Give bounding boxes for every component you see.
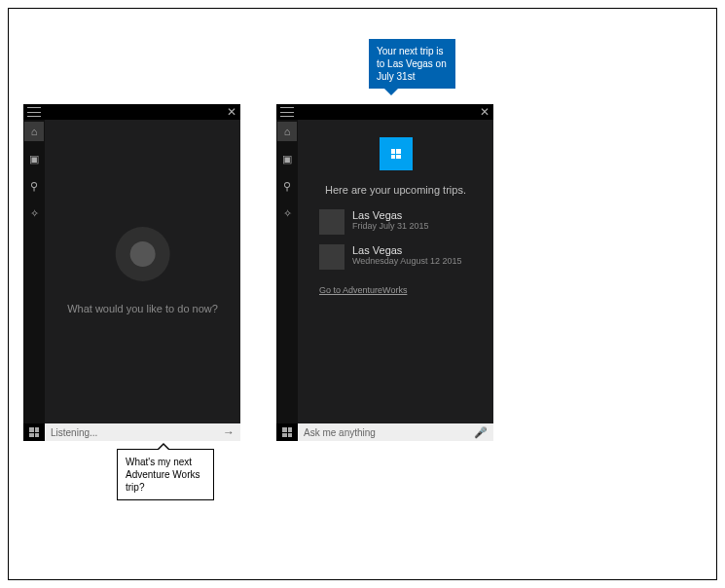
sidebar: ⌂ ▣ ⚲ ✧ (276, 120, 298, 423)
prompt-text: What would you like to do now? (67, 303, 218, 314)
cortana-panel-listening: ✕ ⌂ ▣ ⚲ ✧ What would you like to do now? (23, 104, 240, 441)
trip-thumbnail (319, 209, 344, 235)
trip-item[interactable]: Las Vegas Wednesday August 12 2015 (308, 244, 484, 270)
hamburger-icon[interactable] (27, 107, 41, 117)
trip-destination: Las Vegas (352, 209, 429, 221)
go-to-app-link[interactable]: Go to AdventureWorks (308, 285, 407, 295)
home-icon[interactable]: ⌂ (277, 122, 297, 141)
start-button[interactable] (23, 423, 45, 441)
start-button[interactable] (276, 423, 298, 441)
results-heading: Here are your upcoming trips. (308, 184, 484, 196)
close-icon[interactable]: ✕ (227, 106, 236, 118)
document-frame: Your next trip is to Las Vegas on July 3… (8, 8, 717, 580)
trip-date: Friday July 31 2015 (352, 221, 429, 231)
microphone-icon[interactable]: 🎤 (474, 426, 488, 439)
reminders-icon[interactable]: ✧ (24, 203, 44, 223)
trip-destination: Las Vegas (352, 244, 461, 256)
windows-icon (29, 427, 39, 437)
app-tile-icon (380, 137, 413, 170)
submit-arrow-icon[interactable]: → (223, 425, 235, 439)
trip-thumbnail (319, 244, 344, 270)
windows-icon (282, 427, 292, 437)
close-icon[interactable]: ✕ (480, 106, 489, 118)
bottom-bar: Ask me anything 🎤 (276, 423, 493, 441)
title-bar: ✕ (276, 104, 493, 120)
search-input[interactable]: Listening... → (45, 423, 240, 441)
cortana-panel-results: ✕ ⌂ ▣ ⚲ ✧ Here are your upcoming trips. … (276, 104, 493, 441)
sidebar: ⌂ ▣ ⚲ ✧ (23, 120, 45, 423)
cortana-orb-icon (115, 227, 169, 281)
input-placeholder: Ask me anything (304, 427, 376, 438)
input-text: Listening... (51, 427, 97, 438)
trip-item[interactable]: Las Vegas Friday July 31 2015 (308, 209, 484, 235)
search-input[interactable]: Ask me anything 🎤 (298, 423, 493, 441)
cortana-speech-bubble: Your next trip is to Las Vegas on July 3… (369, 39, 455, 89)
notebook-icon[interactable]: ▣ (24, 149, 44, 168)
trip-date: Wednesday August 12 2015 (352, 256, 461, 266)
user-speech-bubble: What's my next Adventure Works trip? (117, 449, 214, 500)
reminders-icon[interactable]: ✧ (277, 203, 297, 223)
places-icon[interactable]: ⚲ (24, 176, 44, 196)
notebook-icon[interactable]: ▣ (277, 149, 297, 168)
places-icon[interactable]: ⚲ (277, 176, 297, 196)
windows-icon (391, 149, 401, 159)
content-area: Here are your upcoming trips. Las Vegas … (298, 120, 493, 423)
bottom-bar: Listening... → (23, 423, 240, 441)
home-icon[interactable]: ⌂ (24, 122, 44, 141)
title-bar: ✕ (23, 104, 240, 120)
hamburger-icon[interactable] (280, 107, 294, 117)
content-area: What would you like to do now? (45, 120, 240, 423)
